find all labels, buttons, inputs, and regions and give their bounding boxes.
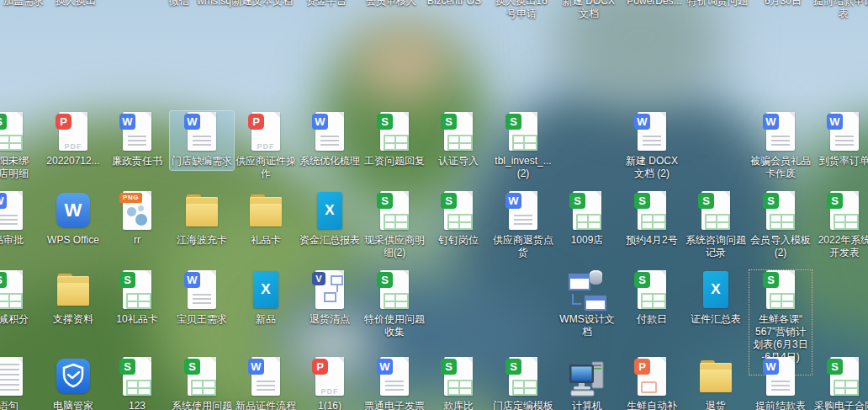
desktop-icon[interactable]: PPDF供应商证件操 作	[234, 111, 298, 180]
icon-label: 认证导入	[426, 155, 490, 168]
desktop-icon[interactable]: W宝贝王需求	[170, 269, 234, 326]
desktop-icon[interactable]: 江海波充卡	[170, 190, 234, 247]
icon-label: 支撑资料	[41, 313, 105, 326]
icon-label: 计算机	[555, 400, 619, 410]
icon-label: 品审批	[0, 234, 40, 247]
word-file-icon: W	[760, 356, 801, 398]
desktop-icon[interactable]: S工资问题回复	[363, 111, 426, 168]
excel-file-icon: S	[824, 190, 865, 232]
icon-label: 供应商退货点 货	[491, 234, 555, 259]
desktop-icon[interactable]: 换人换出16 号申请	[490, 0, 553, 20]
icon-label: 提前结款表	[749, 400, 812, 410]
desktop-icon[interactable]: X新品	[234, 269, 298, 326]
desktop-icon[interactable]: W被骗会员礼品 卡作废	[749, 111, 812, 180]
desktop-icon[interactable]: S系统使用问题 统计	[170, 356, 234, 410]
desktop-icon[interactable]: S特价使用问题 收集	[363, 269, 426, 338]
desktop-icon[interactable]: 电脑管家	[41, 356, 105, 410]
desktop-icon[interactable]: 新建文本文档	[230, 0, 294, 8]
icon-label: 换人换出16 号申请	[490, 0, 553, 20]
desktop-icon[interactable]: S会员导入模板 (2)	[749, 190, 812, 259]
desktop-icon[interactable]: S付款日	[620, 269, 684, 326]
desktop-icon[interactable]: W新品证件流程	[234, 356, 298, 410]
icon-label: 语句	[0, 400, 40, 410]
word-file-icon: W	[760, 111, 801, 153]
icon-label: 生鲜自动补 货系统使用	[620, 400, 684, 410]
desktop-icon[interactable]: W系统优化梳理	[298, 111, 362, 168]
dingtalk-sheet-icon: X	[246, 269, 286, 311]
excel-file-icon: S	[503, 356, 543, 398]
icon-label: 贵阳未绑 门店明细	[0, 155, 40, 180]
icon-label: 被骗会员礼品 卡作废	[749, 155, 812, 180]
desktop-icon[interactable]: S123	[105, 356, 169, 410]
desktop-icon[interactable]: PNGrr	[105, 190, 169, 247]
desktop-icon[interactable]: 新建 DOCX 文档	[557, 0, 621, 20]
folder-icon	[182, 190, 222, 232]
desktop-icon[interactable]: W提前结款表	[749, 356, 812, 410]
folder-icon	[696, 356, 736, 398]
word-file-icon: W	[374, 356, 415, 398]
desktop-icon[interactable]: S2022年系统 开发表	[812, 190, 868, 259]
desktop-icon[interactable]: 会员审核人	[359, 0, 423, 8]
desktop-icon[interactable]: P生鲜自动补 货系统使用	[620, 356, 684, 410]
dingtalk-sheet-icon: X	[696, 269, 736, 311]
icon-label: 新品证件流程	[234, 400, 298, 410]
desktop-icon[interactable]: S门店定编模板	[491, 356, 555, 410]
icon-label: 会员导入模板 (2)	[749, 234, 812, 259]
desktop-icon[interactable]: PPDF20220712...	[41, 111, 105, 168]
icon-label: 预约4月2号	[620, 234, 684, 247]
desktop-icon[interactable]: 6月30日	[751, 0, 815, 8]
desktop-icon[interactable]: V退货清点	[298, 269, 362, 326]
desktop-icon[interactable]: S采购电子合同	[812, 356, 868, 410]
desktop-icon[interactable]: 计算机	[555, 356, 619, 410]
wps-office-app-icon: W	[53, 190, 93, 232]
desktop-icon[interactable]: W廉政责任书	[105, 111, 169, 168]
icon-label: 123	[105, 400, 169, 410]
icon-label: 到货率订单	[812, 155, 868, 168]
desktop-icon[interactable]: Stbl_invest_... (2)	[491, 111, 555, 180]
desktop-icon[interactable]: W新建 DOCX 文档 (2)	[620, 111, 684, 180]
desktop-icon[interactable]: 支撑资料	[41, 269, 105, 326]
desktop-icon[interactable]: S现采供应商明 细(2)	[363, 190, 426, 259]
desktop-icon[interactable]: WMS设计文 档	[555, 269, 619, 338]
desktop-icon[interactable]: PowerDes...	[622, 0, 686, 8]
icon-label: 采购电子合同	[812, 400, 868, 410]
desktop-icon[interactable]: S款库比	[426, 356, 490, 410]
excel-file-icon: S	[117, 356, 157, 398]
desktop-icon[interactable]: W供应商退货点 货	[491, 190, 555, 259]
desktop-icon[interactable]: S贵阳未绑 门店明细	[0, 111, 40, 180]
word-file-icon: W	[117, 111, 157, 153]
desktop-icon[interactable]: W品审批	[0, 190, 40, 247]
text-file-icon	[0, 356, 29, 398]
icon-label: 1009店	[555, 234, 619, 247]
pdf-file-icon: PPDF	[53, 111, 93, 153]
excel-file-icon: S	[117, 269, 157, 311]
desktop-icon[interactable]: S认证导入	[426, 111, 490, 168]
desktop-icon[interactable]: 提前结款申请 表	[812, 0, 868, 20]
desktop-icon[interactable]: W门店缺编需求	[170, 111, 234, 170]
excel-file-icon: S	[0, 269, 29, 311]
database-design-icon	[567, 269, 607, 311]
desktop-icon[interactable]: WWPS Office	[41, 190, 105, 247]
desktop-icon[interactable]: S扣减积分	[0, 269, 40, 326]
excel-file-icon: S	[760, 269, 801, 311]
word-file-icon: W	[632, 111, 672, 153]
desktop-icon[interactable]: S预约4月2号	[620, 190, 684, 247]
desktop-icon[interactable]: PPDF1(16)	[298, 356, 362, 410]
icon-label: 10礼品卡	[105, 313, 169, 326]
desktop-icon[interactable]: 退货	[684, 356, 748, 410]
desktop-icon[interactable]: Bizcentr OS	[422, 0, 486, 8]
excel-file-icon: S	[503, 111, 543, 153]
desktop-icon[interactable]: 换人换出	[44, 0, 108, 8]
desktop-icon[interactable]: S钉钉岗位	[426, 190, 490, 247]
desktop-icon[interactable]: X资金汇总报表	[298, 190, 362, 247]
desktop-icon[interactable]: X证件汇总表	[684, 269, 748, 326]
desktop-icon[interactable]: S1009店	[555, 190, 619, 247]
desktop-icon[interactable]: W到货率订单	[812, 111, 868, 168]
desktop-icon[interactable]: 礼品卡	[234, 190, 298, 247]
desktop-icon[interactable]: 特价调货问题	[685, 0, 749, 8]
desktop-icon[interactable]: S系统咨询问题 记录	[684, 190, 748, 259]
desktop-icon[interactable]: 资金平台	[294, 0, 358, 8]
desktop-icon[interactable]: 语句	[0, 356, 40, 410]
desktop-icon[interactable]: S10礼品卡	[105, 269, 169, 326]
desktop-icon[interactable]: W票通电子发票 产品需求	[363, 356, 426, 410]
